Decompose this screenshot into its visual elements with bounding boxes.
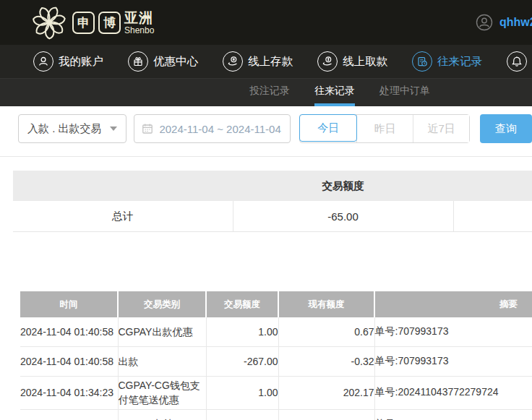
calendar-icon	[142, 123, 153, 134]
col-header-balance: 现有额度	[278, 291, 374, 317]
cell-balance: 201.17	[278, 409, 374, 420]
brand-region-cn: 亚洲	[124, 11, 154, 25]
main-nav: 我的账户 优惠中心 线上存款 线上	[0, 45, 532, 78]
summary-empty-cell	[453, 201, 532, 232]
records-icon	[412, 51, 432, 72]
tab-transaction-records[interactable]: 往来记录	[314, 79, 355, 106]
cell-amount: -267.00	[206, 347, 278, 377]
cell-type: CGPAY-CG钱包支付笔笔送优惠	[118, 377, 206, 410]
cell-amount: 1.00	[206, 377, 278, 410]
yesterday-button[interactable]: 昨日	[356, 115, 413, 142]
cell-time: 2024-11-04 01:34:23	[20, 377, 118, 410]
nav-item-label: 线上存款	[248, 54, 293, 69]
nav-item-label: 线上取款	[343, 54, 387, 69]
cell-memo: 单号:202411043772279724	[374, 377, 532, 410]
filter-row: 入款 . 出款交易 2024-11-04 ~ 2024-11-04 今日 昨日 …	[0, 106, 532, 157]
col-header-amount: 交易额度	[206, 291, 278, 317]
user-icon	[33, 51, 53, 72]
table-header-row: 时间 交易类别 交易额度 现有额度 摘要	[20, 291, 532, 317]
cell-balance: 0.67	[278, 317, 374, 347]
user-box[interactable]: qhhw2	[476, 0, 532, 45]
nav-item-label: 往来记录	[437, 54, 482, 69]
table-row: 2024-11-04 01:34:23 CGPAY-CG钱包支付笔笔送优惠 1.…	[20, 377, 532, 410]
search-button[interactable]: 查询	[480, 114, 532, 143]
summary-table: 交易额度 总计 -65.00	[13, 171, 532, 232]
transactions-table: 时间 交易类别 交易额度 现有额度 摘要 2024-11-04 01:40:58…	[20, 291, 532, 420]
nav-item-promotions[interactable]: 优惠中心	[128, 51, 198, 72]
cell-memo: 单号:707993173	[374, 347, 532, 377]
col-header-time: 时间	[20, 291, 118, 317]
cell-time: 2024-11-04 01:34:23	[20, 409, 118, 420]
cell-time: 2024-11-04 01:40:58	[20, 347, 118, 377]
top-header: 申 博 亚洲 Shenbo qhhw2	[0, 0, 532, 45]
col-header-type: 交易类别	[118, 291, 206, 317]
nav-item-label: 我的账户	[59, 54, 103, 69]
quick-date-group: 今日 昨日 近7日	[299, 114, 470, 143]
gift-icon	[128, 51, 148, 72]
table-row: 2024-11-04 01:40:58 出款 -267.00 -0.32 单号:…	[20, 347, 532, 377]
brand-region-en: Shenbo	[124, 26, 154, 35]
cell-time: 2024-11-04 01:40:58	[20, 317, 118, 347]
last7days-button[interactable]: 近7日	[413, 115, 469, 142]
today-button[interactable]: 今日	[299, 114, 357, 142]
nav-item-withdraw[interactable]: 线上取款	[317, 51, 387, 72]
transaction-type-select[interactable]: 入款 . 出款交易	[18, 114, 126, 143]
cell-balance: -0.32	[278, 347, 374, 377]
brand-char-1: 申	[72, 12, 95, 34]
summary-total-row: 总计 -65.00	[13, 201, 532, 232]
summary-header-amount: 交易额度	[233, 171, 453, 201]
col-header-memo: 摘要	[374, 291, 532, 317]
summary-header-spacer	[13, 171, 233, 201]
nav-item-deposit[interactable]: 线上存款	[223, 51, 293, 72]
table-row: 2024-11-04 01:34:23 CGPAY支付 200.00 201.1…	[20, 409, 532, 420]
cell-type: CGPAY支付	[118, 409, 206, 420]
tab-bet-records[interactable]: 投注记录	[249, 79, 290, 106]
cell-type: 出款	[118, 347, 206, 377]
cell-amount: 200.00	[206, 409, 278, 420]
nav-item-label: 优惠中心	[153, 54, 198, 69]
nav-item-records[interactable]: 往来记录	[412, 51, 482, 72]
date-range-value: 2024-11-04 ~ 2024-11-04	[159, 123, 280, 135]
summary-total-label: 总计	[13, 201, 233, 232]
brand-region: 亚洲 Shenbo	[124, 11, 154, 35]
record-tab-bar: 投注记录 往来记录 处理中订单	[0, 78, 532, 106]
bell-icon	[507, 51, 527, 72]
transaction-type-value: 入款 . 出款交易	[27, 122, 102, 136]
cell-type: CGPAY出款优惠	[118, 317, 206, 347]
table-row: 2024-11-04 01:40:58 CGPAY出款优惠 1.00 0.67 …	[20, 317, 532, 347]
cell-memo: 单号:202411043772279724	[374, 409, 532, 420]
cell-memo: 单号:707993173	[374, 317, 532, 347]
summary-total-value: -65.00	[233, 201, 453, 232]
flower-logo-icon	[32, 5, 66, 40]
nav-item-messages[interactable]: 信息	[507, 51, 532, 72]
cell-amount: 1.00	[206, 317, 278, 347]
deposit-icon	[223, 51, 243, 72]
cell-balance: 202.17	[278, 377, 374, 410]
summary-header-row: 交易额度	[13, 171, 532, 201]
chevron-down-icon	[110, 127, 117, 131]
brand-logo[interactable]: 申 博 亚洲 Shenbo	[32, 5, 154, 40]
username: qhhw2	[499, 16, 532, 29]
nav-item-my-account[interactable]: 我的账户	[33, 51, 103, 72]
tab-pending-orders[interactable]: 处理中订单	[379, 79, 430, 106]
brand-char-2: 博	[98, 12, 121, 34]
avatar-icon	[476, 14, 493, 31]
date-range-input[interactable]: 2024-11-04 ~ 2024-11-04	[134, 114, 291, 143]
summary-header-spacer	[453, 171, 532, 201]
withdraw-icon	[317, 51, 338, 72]
